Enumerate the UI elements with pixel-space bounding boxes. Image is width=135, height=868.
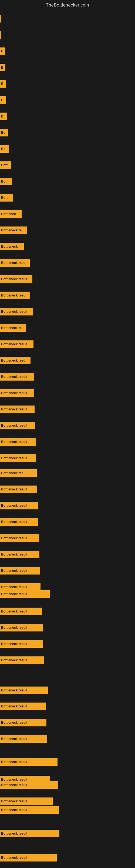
bar-item: Bottleneck result — [0, 624, 43, 631]
bar: Bottleneck result — [0, 551, 39, 558]
bar-item: Bottleneck result — [0, 640, 43, 648]
bar-label: Bottleneck result — [1, 504, 27, 507]
bar-label: Bottleneck resu — [1, 359, 26, 362]
bar: Bott — [0, 161, 11, 169]
bar: Bottleneck result — [0, 656, 44, 664]
bar: Bottleneck result — [0, 502, 38, 509]
bar: Bott — [0, 194, 13, 202]
bar: Bottleneck result — [0, 389, 34, 397]
bar-label: Bottleneck result — [1, 705, 27, 708]
bar-item: Bottleneck result — [0, 735, 47, 743]
bar-item: Bottleneck result — [0, 854, 57, 862]
bar-label: Bottleneck result — [1, 391, 27, 395]
bar: Bottleneck resu — [0, 291, 30, 299]
bar-label: Bottleneck result — [1, 832, 27, 835]
bar: Bottleneck result — [0, 624, 43, 631]
bar-label: Bottleneck resu — [1, 261, 26, 265]
bar-item: Bo — [0, 129, 8, 136]
bar: B — [0, 113, 7, 120]
bar-label: Bottleneck result — [1, 375, 27, 379]
bar-label: Bottleneck result — [1, 407, 27, 411]
bar-label: B — [1, 82, 3, 86]
bar — [0, 31, 1, 39]
bar: Bo — [0, 145, 9, 153]
bar-item: Bottleneck result — [0, 502, 38, 509]
bar-label: Bottlenec — [1, 212, 16, 216]
bar-item: Bottleneck result — [0, 719, 46, 726]
bar-item: Bottleneck result — [0, 405, 35, 413]
bar-item: Bottleneck re — [0, 324, 26, 332]
bar: Bottleneck result — [0, 340, 34, 348]
bar: Bottleneck result — [0, 438, 36, 446]
bar-label: Bottleneck result — [1, 626, 27, 629]
bar — [0, 15, 1, 23]
bar-item: B — [0, 96, 6, 104]
bar-item: Bottleneck re — [0, 226, 27, 234]
bar-item: Bottleneck resu — [0, 259, 30, 267]
bar-item: Bottleneck result — [0, 486, 37, 493]
bar-label: Bottleneck res — [1, 471, 24, 475]
bar-item: Bottleneck result — [0, 438, 36, 446]
bar: Bottleneck result — [0, 806, 59, 814]
bar-label: Bottleneck result — [1, 553, 27, 556]
bar: Bottleneck resu — [0, 357, 31, 364]
bar-label: Bottleneck result — [1, 342, 27, 346]
bar-label: Bott — [1, 163, 8, 167]
bar: Bottleneck result — [0, 703, 46, 710]
bar-label: Bo — [1, 147, 5, 151]
bar: Bottleneck result — [0, 590, 50, 598]
bar-label: Bottleneck result — [1, 856, 27, 860]
bar-item: B — [0, 48, 5, 55]
bar-label: Bottleneck — [1, 245, 17, 248]
bar: Bot — [0, 178, 12, 185]
bar-label: B — [1, 50, 3, 53]
bar: Bottleneck result — [0, 518, 38, 526]
bar-label: Bottleneck result — [1, 569, 27, 572]
bar: Bottleneck result — [0, 758, 57, 766]
bar-item — [0, 15, 1, 23]
bar-label: Bottleneck result — [1, 440, 27, 444]
bar-item: Bottleneck result — [0, 590, 50, 598]
bar-label: Bottleneck re — [1, 228, 21, 232]
bar: Bottlenec — [0, 210, 21, 218]
bar: Bottleneck result — [0, 567, 40, 575]
bar-label: Bottleneck result — [1, 783, 27, 787]
bar-item: Bottleneck result — [0, 567, 40, 575]
bar-label: Bottleneck result — [1, 456, 27, 460]
bar-item: Bottleneck res — [0, 469, 37, 477]
bar-item: Bottleneck result — [0, 798, 53, 805]
bar-label: Bottleneck re — [1, 326, 21, 330]
bar-label: B — [1, 98, 3, 102]
bar-item: Bott — [0, 194, 13, 202]
bar-label: B — [1, 66, 3, 69]
bar-item: Bottleneck result — [0, 275, 32, 283]
bar: Bottleneck result — [0, 534, 39, 542]
bar-item: Bottleneck resu — [0, 291, 30, 299]
bar-label: Bottleneck result — [1, 488, 27, 491]
bar: Bottleneck result — [0, 422, 35, 429]
bar: B — [0, 48, 5, 55]
bar-item: Bottleneck result — [0, 551, 39, 558]
bar-label: Bottleneck result — [1, 610, 27, 613]
bar-label: Bottleneck result — [1, 799, 27, 803]
bar-label: Bottleneck result — [1, 424, 27, 428]
bar-item: B — [0, 64, 5, 71]
bar: B — [0, 64, 5, 71]
bar-item: Bottleneck result — [0, 703, 46, 710]
bar-item: Bot — [0, 178, 12, 185]
bar-label: Bo — [1, 131, 5, 134]
bar-label: Bottleneck resu — [1, 293, 26, 297]
bar-item: Bottleneck result — [0, 422, 35, 429]
bar-item: Bottleneck result — [0, 686, 48, 694]
bar-item: Bo — [0, 145, 9, 153]
bar-label: Bott — [1, 196, 8, 199]
bar: Bottleneck result — [0, 735, 47, 743]
bar: Bottleneck result — [0, 454, 36, 462]
bar-label: Bot — [1, 180, 6, 183]
bar-label: Bottleneck result — [1, 277, 27, 281]
site-title: TheBottlenecker.com — [0, 0, 135, 9]
bar-item: Bottleneck — [0, 243, 24, 250]
bar: Bottleneck result — [0, 275, 32, 283]
bar-label: B — [1, 115, 3, 118]
bar-label: Bottleneck result — [1, 520, 27, 524]
